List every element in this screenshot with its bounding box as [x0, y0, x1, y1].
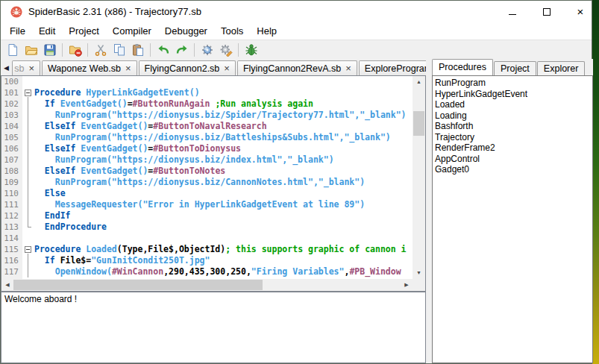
close-button[interactable]: × — [568, 4, 592, 20]
menu-help[interactable]: Help — [250, 24, 283, 39]
fold-column[interactable] — [22, 87, 34, 98]
procedure-item[interactable]: RunProgram — [435, 78, 592, 89]
compile-gear-icon — [201, 43, 214, 57]
code-token: #ButtonRunAgain — [133, 98, 210, 109]
procedure-item[interactable]: AppControl — [435, 154, 592, 165]
procedure-item[interactable]: Loading — [435, 110, 592, 122]
line-number: 105 — [1, 132, 22, 143]
code-token — [34, 266, 55, 277]
fold-line — [28, 199, 28, 210]
tab-scroll-left-icon[interactable]: ◀ — [1, 60, 12, 75]
minimize-button[interactable] — [501, 4, 524, 20]
save-file-button[interactable] — [40, 41, 59, 59]
panel-tab-explorer[interactable]: Explorer — [537, 61, 586, 75]
undo-button[interactable] — [154, 41, 172, 59]
procedure-item[interactable]: Trajectory — [435, 132, 592, 143]
procedures-list[interactable]: RunProgramHyperLinkGadgetEventLoadedLoad… — [432, 75, 593, 363]
redo-icon — [175, 43, 189, 57]
code-line: 116 If File$="GunInitCondit250T.jpg" — [1, 255, 413, 266]
fold-line — [28, 255, 28, 266]
fold-collapse-icon[interactable] — [25, 246, 31, 253]
tab-close-icon[interactable]: × — [345, 64, 351, 73]
fold-column[interactable] — [22, 244, 34, 255]
line-number: 107 — [1, 154, 22, 166]
code-viewport[interactable]: 100101Procedure HyperLinkGadgetEvent()10… — [1, 76, 413, 279]
new-file-button[interactable] — [3, 41, 22, 59]
compiler-options-gear-icon — [219, 43, 233, 57]
log-message: Welcome aboard ! — [4, 294, 77, 304]
fold-column — [22, 110, 34, 121]
tab-close-icon[interactable]: × — [224, 64, 230, 73]
procedure-item[interactable]: HyperLinkGadgetEvent — [435, 89, 592, 100]
editor-column: ◀sb×Waponez Web.sb×FlyingCannon2.sb×Flyi… — [1, 59, 426, 363]
procedure-item[interactable]: Gadget0 — [435, 164, 592, 175]
fold-line — [28, 188, 28, 199]
fold-column — [22, 154, 34, 166]
menu-tools[interactable]: Tools — [214, 24, 250, 39]
code-line: 111 MessageRequester("Error in HyperLink… — [1, 199, 413, 210]
code-token: EventGadget() — [81, 121, 148, 131]
menu-compiler[interactable]: Compiler — [106, 24, 158, 39]
menu-edit[interactable]: Edit — [32, 24, 62, 39]
procedure-item[interactable]: RenderFrame2 — [435, 142, 592, 154]
scroll-right-icon[interactable]: ▶ — [401, 279, 413, 291]
procedure-item[interactable]: Loaded — [435, 99, 592, 110]
line-number: 100 — [1, 76, 22, 87]
code-line: 110 Else — [1, 188, 413, 199]
horizontal-scroll-thumb[interactable] — [13, 280, 263, 290]
fold-column — [22, 121, 34, 132]
editor-horizontal-scrollbar[interactable]: ◀ ▶ — [1, 279, 413, 291]
fold-line — [28, 143, 28, 154]
procedure-item[interactable]: Bashforth — [435, 121, 592, 132]
panel-tab-procedures[interactable]: Procedures — [432, 59, 493, 75]
file-tab-exploreprogram-sb[interactable]: ExploreProgram.sb× — [359, 60, 426, 75]
vertical-scroll-thumb[interactable] — [413, 111, 424, 136]
code-text: OpenWindow(#WinCannon,290,435,300,250,"F… — [34, 266, 413, 277]
fold-collapse-icon[interactable] — [25, 90, 31, 96]
file-tab-waponez-web-sb[interactable]: Waponez Web.sb× — [42, 60, 137, 75]
fold-column — [22, 143, 34, 154]
code-text: RunProgram("https://dionysus.biz/CannonN… — [34, 177, 413, 188]
tab-close-icon[interactable]: × — [125, 64, 131, 73]
code-token — [34, 121, 45, 131]
menu-project[interactable]: Project — [62, 24, 105, 39]
title-bar: SpiderBasic 2.31 (x86) - Trajectory77.sb… — [1, 1, 592, 23]
editor-vertical-scrollbar[interactable]: ▲ ▼ — [413, 76, 425, 279]
compile-gear-button[interactable] — [198, 41, 216, 59]
code-token: RunProgram("https://dionysus.biz/Spider/… — [55, 110, 407, 120]
code-token: RunProgram("https://dionysus.biz/CannonN… — [55, 177, 365, 187]
tab-close-icon[interactable]: × — [28, 64, 34, 73]
code-token: ElseIf — [45, 121, 76, 131]
fold-column — [22, 233, 34, 244]
copy-button[interactable] — [110, 41, 128, 59]
cut-button[interactable] — [91, 41, 110, 59]
paste-button[interactable] — [128, 41, 147, 59]
code-text: ElseIf EventGadget()=#ButtonToNotes — [34, 166, 413, 177]
toolbar-separator — [238, 43, 239, 57]
code-line: 102 If EventGadget()=#ButtonRunAgain ;Ru… — [1, 98, 413, 110]
panel-tab-project[interactable]: Project — [494, 61, 536, 75]
code-line: 113 EndProcedure — [1, 222, 413, 233]
debugger-bug-button[interactable] — [242, 41, 260, 59]
file-tab-flyingcannon2-sb[interactable]: FlyingCannon2.sb× — [139, 60, 236, 75]
close-file-button[interactable] — [66, 41, 84, 59]
close-icon: × — [577, 5, 584, 18]
scroll-down-icon[interactable]: ▼ — [413, 267, 425, 279]
code-editor[interactable]: 100101Procedure HyperLinkGadgetEvent()10… — [1, 75, 426, 292]
redo-button[interactable] — [172, 41, 191, 59]
line-number: 113 — [1, 222, 22, 233]
scroll-up-icon[interactable]: ▲ — [413, 76, 425, 88]
maximize-button[interactable] — [535, 4, 559, 20]
scroll-left-icon[interactable]: ◀ — [1, 279, 13, 291]
file-tab-flyingcannon2reva-sb[interactable]: FlyingCannon2RevA.sb× — [237, 60, 357, 75]
menu-debugger[interactable]: Debugger — [158, 24, 214, 39]
menu-file[interactable]: File — [3, 24, 32, 39]
code-token: MessageRequester("Error in HyperLinkGadg… — [55, 199, 365, 210]
file-tab-partial-left[interactable]: sb× — [12, 60, 40, 75]
code-line: 103 RunProgram("https://dionysus.biz/Spi… — [1, 110, 413, 121]
compiler-options-gear-button[interactable] — [216, 41, 235, 59]
code-token — [34, 110, 55, 120]
minimize-icon — [509, 14, 516, 15]
open-file-button[interactable] — [22, 41, 40, 59]
code-text: Procedure Loaded(Type,File$,ObjectId); t… — [34, 244, 413, 255]
